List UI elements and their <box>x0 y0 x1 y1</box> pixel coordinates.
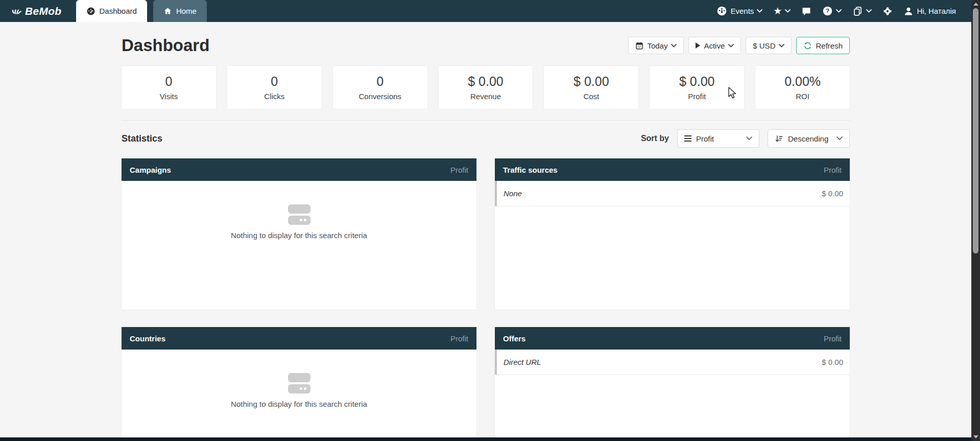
panel-countries: Countries Profit Nothing to display for … <box>122 327 476 438</box>
gear-icon <box>882 6 893 16</box>
sort-descending-icon <box>775 134 783 143</box>
chat-button[interactable] <box>801 6 811 16</box>
chevron-down-icon <box>866 9 872 13</box>
empty-state: Nothing to display for this search crite… <box>122 373 476 408</box>
user-menu[interactable]: Hi, Наталія <box>903 6 956 16</box>
chat-icon <box>801 6 811 16</box>
chevron-down-icon <box>779 44 784 48</box>
section-divider <box>122 120 850 121</box>
panel-metric-label[interactable]: Profit <box>450 334 468 343</box>
stat-value: 0.00% <box>784 74 821 89</box>
stat-card-clicks: 0 Clicks <box>227 66 322 109</box>
user-icon <box>903 6 914 16</box>
page-header: Dashboard Today <box>122 22 850 60</box>
tab-dashboard-label: Dashboard <box>100 7 137 15</box>
empty-data-icon <box>288 204 310 225</box>
topbar-right: Events ★ ? <box>716 0 971 22</box>
panel-title: Campaigns <box>130 166 171 174</box>
tab-dashboard[interactable]: Dashboard <box>76 0 147 22</box>
stat-label: Clicks <box>264 92 284 101</box>
stat-cards-row: 0 Visits 0 Clicks 0 Conversions $ 0.00 R… <box>122 66 850 109</box>
panel-metric-label[interactable]: Profit <box>824 334 842 343</box>
play-icon <box>696 42 700 49</box>
vertical-scrollbar[interactable] <box>971 0 980 441</box>
date-range-label: Today <box>647 41 667 50</box>
tab-home[interactable]: Home <box>153 0 207 22</box>
stat-card-visits: 0 Visits <box>122 66 216 109</box>
scrollbar-up-arrow-icon[interactable] <box>973 3 978 6</box>
scrollbar-down-arrow-icon[interactable] <box>973 435 978 438</box>
table-row[interactable]: None $ 0.00 <box>495 181 850 206</box>
row-value: $ 0.00 <box>822 358 843 366</box>
currency-label: $ USD <box>753 41 775 50</box>
panel-campaigns-body: Nothing to display for this search crite… <box>122 181 476 310</box>
tab-home-label: Home <box>176 7 197 15</box>
panel-metric-label[interactable]: Profit <box>450 166 468 174</box>
panel-traffic-sources-header: Traffic sources Profit <box>495 158 850 181</box>
sort-order-select[interactable]: Descending <box>768 129 850 148</box>
stat-label: ROI <box>796 92 809 101</box>
row-name: None <box>504 189 522 198</box>
panel-metric-label[interactable]: Profit <box>824 166 842 174</box>
panels-grid: Campaigns Profit Nothing to display for … <box>122 158 850 438</box>
sort-by-label: Sort by <box>641 134 669 143</box>
statistics-header: Statistics Sort by Profit <box>122 129 850 148</box>
bemob-logo[interactable]: BeMob <box>0 0 76 22</box>
empty-state: Nothing to display for this search crite… <box>122 204 476 240</box>
toolbar: Today Active $ USD <box>628 37 850 54</box>
tab-bar: Dashboard Home <box>76 0 207 22</box>
table-row[interactable]: Direct URL $ 0.00 <box>495 350 850 375</box>
main-content: Dashboard Today <box>0 22 971 438</box>
stat-value: 0 <box>271 74 278 89</box>
sort-field-select[interactable]: Profit <box>677 129 759 148</box>
chevron-down-icon <box>757 9 762 13</box>
panel-traffic-sources: Traffic sources Profit None $ 0.00 <box>495 158 850 310</box>
favorites-menu[interactable]: ★ <box>773 6 791 16</box>
bemob-logo-icon <box>11 6 22 17</box>
refresh-button[interactable]: Refresh <box>796 37 850 54</box>
empty-state-text: Nothing to display for this search crite… <box>231 400 367 408</box>
chevron-down-icon <box>836 9 842 13</box>
stat-label: Cost <box>583 92 599 101</box>
panel-campaigns: Campaigns Profit Nothing to display for … <box>122 158 476 310</box>
stat-label: Visits <box>160 92 178 101</box>
row-value: $ 0.00 <box>822 189 843 198</box>
stat-value: $ 0.00 <box>468 74 504 89</box>
dashboard-gauge-icon <box>86 7 95 16</box>
stat-value: 0 <box>376 74 384 89</box>
help-menu[interactable]: ? <box>822 6 842 16</box>
date-range-button[interactable]: Today <box>628 37 684 54</box>
scrollbar-thumb[interactable] <box>973 8 978 253</box>
currency-button[interactable]: $ USD <box>746 37 792 54</box>
help-icon: ? <box>822 6 833 16</box>
layers-icon <box>852 6 863 16</box>
events-label: Events <box>730 7 754 15</box>
chevron-down-icon <box>746 136 752 141</box>
panel-offers: Offers Profit Direct URL $ 0.00 <box>495 327 850 438</box>
panel-campaigns-header: Campaigns Profit <box>122 158 476 181</box>
panel-title: Traffic sources <box>503 166 558 174</box>
chevron-down-icon <box>785 9 791 13</box>
sort-field-value: Profit <box>696 134 714 143</box>
panel-offers-header: Offers Profit <box>495 327 850 350</box>
stat-card-profit: $ 0.00 Profit <box>650 66 744 109</box>
events-menu[interactable]: Events <box>716 6 762 16</box>
statistics-title: Statistics <box>122 133 162 144</box>
stat-card-cost: $ 0.00 Cost <box>544 66 638 109</box>
empty-data-icon <box>288 373 310 393</box>
bottom-edge-strip <box>0 437 971 441</box>
status-filter-button[interactable]: Active <box>688 37 741 54</box>
sort-order-value: Descending <box>788 134 828 143</box>
workspaces-menu[interactable] <box>852 6 872 16</box>
user-greeting: Hi, Наталія <box>917 7 956 15</box>
events-icon <box>716 6 727 16</box>
stat-card-roi: 0.00% ROI <box>755 66 850 109</box>
stat-card-conversions: 0 Conversions <box>333 66 427 109</box>
stat-value: $ 0.00 <box>573 74 609 89</box>
panel-countries-body: Nothing to display for this search crite… <box>122 350 476 438</box>
stat-value: 0 <box>165 74 172 89</box>
status-filter-label: Active <box>704 41 725 50</box>
empty-state-text: Nothing to display for this search crite… <box>231 231 367 240</box>
settings-button[interactable] <box>882 6 893 16</box>
panel-title: Offers <box>503 334 525 343</box>
